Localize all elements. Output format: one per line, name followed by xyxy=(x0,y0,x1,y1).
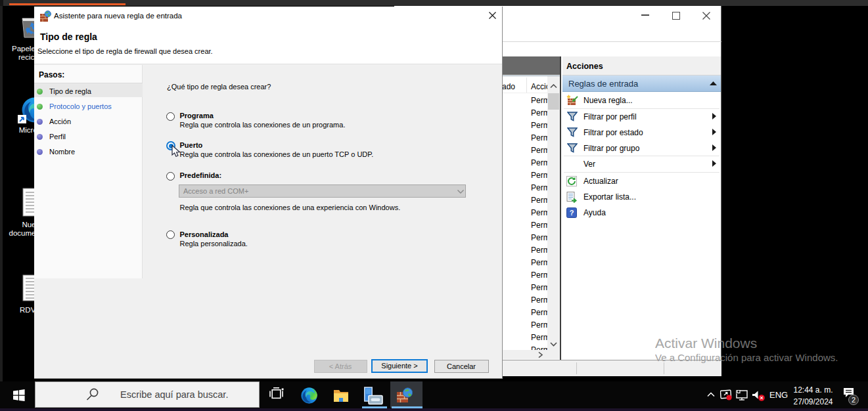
svg-text:?: ? xyxy=(570,209,574,217)
